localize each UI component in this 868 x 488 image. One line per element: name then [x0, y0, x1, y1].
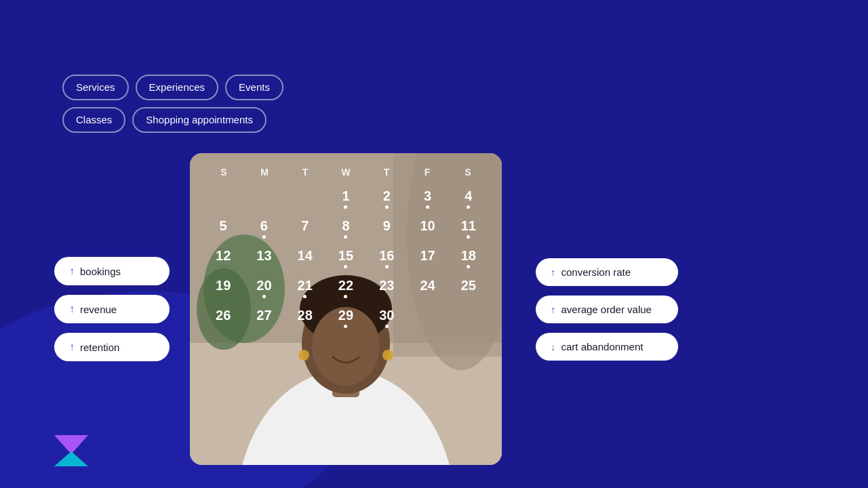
cal-cell[interactable]: 22 — [326, 274, 366, 302]
cal-event-dot — [426, 205, 429, 209]
cal-day-label: T — [366, 167, 407, 178]
cal-event-dot — [385, 265, 389, 268]
cal-cell[interactable]: 7 — [285, 214, 325, 243]
cal-date-number: 6 — [245, 218, 282, 234]
cal-date-number: 14 — [287, 248, 323, 264]
cal-cell[interactable]: 23 — [367, 274, 406, 302]
cal-date-number: 5 — [205, 218, 241, 234]
cal-date-number: 21 — [287, 278, 323, 293]
cal-date-number: 3 — [409, 188, 446, 204]
retention-arrow-icon: ↑ — [69, 341, 75, 353]
tag-events[interactable]: Events — [225, 75, 283, 100]
revenue-label: revenue — [80, 304, 117, 315]
tag-classes[interactable]: Classes — [62, 107, 125, 133]
bookings-arrow-icon: ↑ — [69, 265, 75, 277]
cal-date-number: 12 — [205, 248, 241, 264]
cal-day-label: W — [326, 167, 366, 178]
cal-event-dot — [344, 325, 347, 328]
cal-event-dot — [467, 235, 470, 239]
metric-revenue: ↑revenue — [54, 295, 170, 323]
cal-date-number: 9 — [368, 218, 405, 234]
cal-cell[interactable]: 24 — [408, 274, 447, 302]
cal-cell[interactable]: 20 — [244, 274, 283, 302]
cal-date-number: 29 — [328, 308, 364, 323]
cal-date-number: 24 — [409, 278, 446, 293]
cal-cell[interactable]: 21 — [285, 274, 325, 302]
cal-date-number: 7 — [287, 218, 323, 234]
cal-cell[interactable]: 1 — [326, 184, 366, 213]
cal-date-number: 23 — [368, 278, 405, 293]
cal-cell[interactable]: 4 — [449, 184, 488, 213]
cart-abandonment-arrow-icon: ↓ — [551, 341, 556, 352]
cal-day-label: F — [407, 167, 448, 178]
cal-event-dot — [344, 265, 347, 268]
cal-event-dot — [262, 235, 266, 239]
calendar-widget: SMTWTFS 12345678910111213141516171819202… — [190, 153, 502, 465]
cal-day-label: T — [285, 167, 326, 178]
cal-cell[interactable]: 25 — [449, 274, 488, 302]
cal-cell[interactable]: 17 — [408, 244, 447, 272]
cal-cell[interactable]: 10 — [408, 214, 447, 243]
cal-cell[interactable]: 16 — [367, 244, 406, 272]
cal-cell[interactable]: 6 — [244, 214, 283, 243]
cal-cell[interactable]: 28 — [285, 304, 325, 332]
cal-cell[interactable]: 29 — [326, 304, 366, 332]
cal-cell[interactable]: 8 — [326, 214, 366, 243]
cal-cell[interactable]: 30 — [367, 304, 406, 332]
cal-date-number: 4 — [450, 188, 487, 204]
cal-cell[interactable]: 3 — [408, 184, 447, 213]
metric-bookings: ↑bookings — [54, 257, 170, 285]
cal-cell[interactable]: 18 — [449, 244, 488, 272]
cal-event-dot — [262, 295, 266, 298]
conversion-rate-arrow-icon: ↑ — [551, 266, 556, 278]
cal-cell — [408, 304, 447, 332]
cal-cell[interactable]: 5 — [203, 214, 243, 243]
cal-date-number: 2 — [368, 188, 405, 204]
cal-cell[interactable]: 15 — [326, 244, 366, 272]
cal-cell — [285, 184, 325, 213]
cal-event-dot — [385, 205, 389, 209]
cal-cell — [449, 304, 488, 332]
cal-date-number: 15 — [328, 248, 364, 264]
cal-date-number: 27 — [245, 308, 282, 323]
tag-experiences[interactable]: Experiences — [136, 75, 219, 100]
cal-date-number: 10 — [409, 218, 446, 234]
cal-date-number: 16 — [368, 248, 405, 264]
cal-cell[interactable]: 27 — [244, 304, 283, 332]
cal-date-number: 19 — [205, 278, 241, 293]
cal-event-dot — [385, 325, 389, 328]
cal-event-dot — [467, 265, 470, 268]
cal-date-number: 22 — [328, 278, 364, 293]
average-order-value-label: average order value — [561, 304, 652, 315]
cal-day-label: M — [244, 167, 285, 178]
cal-date-number: 11 — [450, 218, 487, 234]
cal-cell[interactable]: 11 — [449, 214, 488, 243]
average-order-value-arrow-icon: ↑ — [551, 304, 556, 315]
metric-conversion-rate: ↑conversion rate — [536, 258, 678, 286]
cal-day-label: S — [203, 167, 244, 178]
cal-date-number: 30 — [368, 308, 405, 323]
cal-event-dot — [344, 205, 347, 209]
tag-shopping-appointments[interactable]: Shopping appointments — [132, 107, 267, 133]
cal-cell[interactable]: 26 — [203, 304, 243, 332]
cal-cell[interactable]: 13 — [244, 244, 283, 272]
cal-date-number: 17 — [409, 248, 446, 264]
cal-date-number: 26 — [205, 308, 241, 323]
cal-cell[interactable]: 9 — [367, 214, 406, 243]
cal-cell[interactable]: 12 — [203, 244, 243, 272]
cal-cell[interactable]: 19 — [203, 274, 243, 302]
cal-cell[interactable]: 2 — [367, 184, 406, 213]
revenue-arrow-icon: ↑ — [69, 303, 75, 315]
tag-services[interactable]: Services — [62, 75, 129, 100]
bookings-label: bookings — [80, 266, 121, 277]
cal-date-number: 20 — [245, 278, 282, 293]
calendar-overlay: SMTWTFS 12345678910111213141516171819202… — [190, 153, 502, 465]
cal-date-number: 1 — [328, 188, 364, 204]
cal-cell[interactable]: 14 — [285, 244, 325, 272]
cal-day-label: S — [448, 167, 488, 178]
metric-cart-abandonment: ↓cart abandonment — [536, 333, 678, 361]
metric-average-order-value: ↑average order value — [536, 296, 678, 323]
cal-date-number: 8 — [328, 218, 364, 234]
cal-date-number: 28 — [287, 308, 323, 323]
cart-abandonment-label: cart abandonment — [561, 341, 644, 352]
